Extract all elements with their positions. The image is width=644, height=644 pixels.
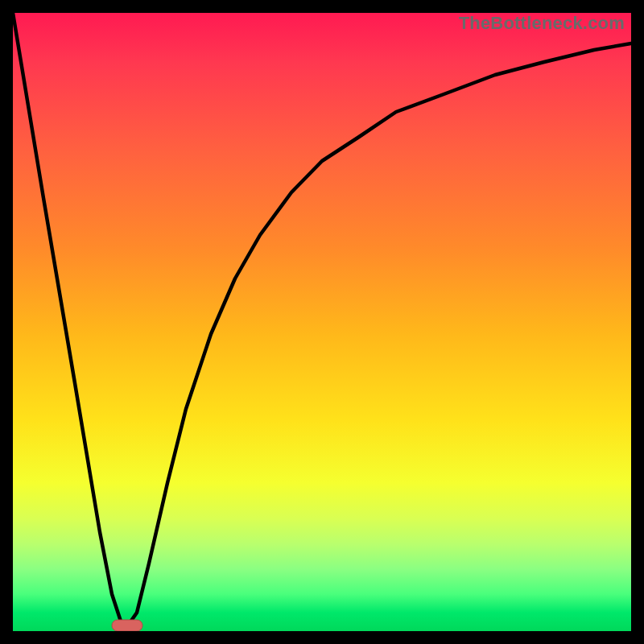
- chart-frame: TheBottleneck.com: [13, 13, 631, 631]
- attribution-text: TheBottleneck.com: [459, 13, 625, 34]
- optimal-marker: [112, 620, 142, 631]
- curve-layer: [13, 13, 631, 631]
- plot-area: TheBottleneck.com: [13, 13, 631, 631]
- bottleneck-curve: [13, 13, 631, 631]
